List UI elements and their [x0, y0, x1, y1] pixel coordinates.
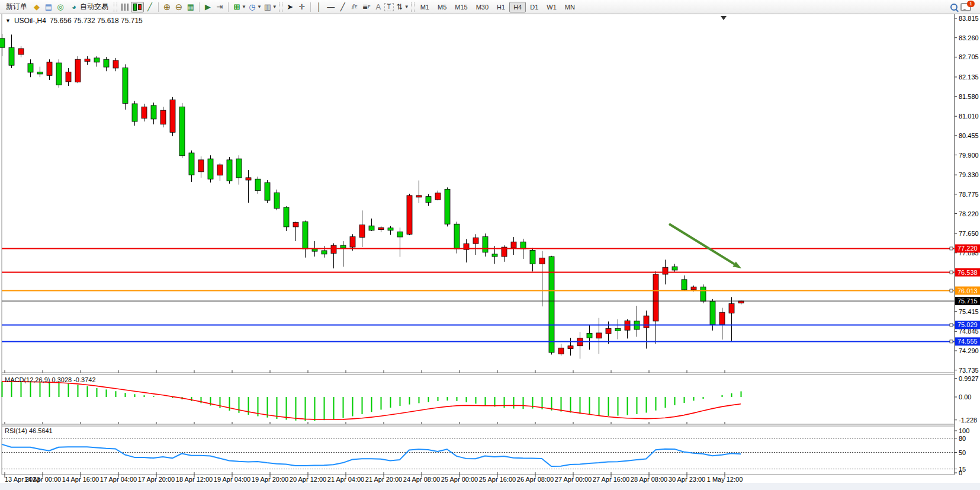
- price-tick-label: 78.220: [959, 210, 979, 217]
- candle-body: [539, 258, 545, 264]
- svg-text:50: 50: [959, 449, 966, 456]
- line-handle: [950, 271, 953, 274]
- timeframe-m5[interactable]: M5: [433, 2, 451, 12]
- vertical-line-icon[interactable]: │: [313, 2, 325, 12]
- candle-body: [701, 287, 706, 301]
- timeframe-m1[interactable]: M1: [416, 2, 433, 12]
- svg-text:80: 80: [959, 435, 966, 442]
- svg-text:75.715: 75.715: [957, 297, 978, 305]
- timeframe-mn[interactable]: MN: [561, 2, 579, 12]
- price-tick-label: 75.415: [959, 308, 979, 315]
- svg-text:76.538: 76.538: [957, 269, 978, 276]
- zoom-out-icon[interactable]: ⊖: [173, 2, 185, 12]
- cursor-icon[interactable]: ➤: [284, 2, 296, 12]
- chart-shift-icon[interactable]: ⇥: [214, 2, 226, 12]
- autotrading-label: 自动交易: [80, 2, 108, 12]
- chart-canvas[interactable]: 83.81583.26082.70582.13581.58081.01080.4…: [0, 14, 980, 490]
- chat-badge: 1: [967, 1, 975, 7]
- time-tick-label: 27 Apr 16:00: [593, 476, 629, 483]
- timeframe-m30[interactable]: M30: [472, 2, 493, 12]
- time-tick-label: 14 Apr 00:00: [24, 476, 61, 483]
- price-tick-label: 80.455: [959, 132, 979, 139]
- chat-icon[interactable]: 1: [960, 2, 972, 12]
- candle-body: [322, 251, 327, 254]
- time-tick-label: 25 Apr 00:00: [441, 476, 478, 483]
- candle-body: [568, 346, 573, 349]
- timeframe-w1[interactable]: W1: [542, 2, 561, 12]
- periods-clock-icon[interactable]: ◷: [246, 2, 258, 12]
- new-order-label: 新订单: [6, 2, 27, 12]
- candle-body: [587, 334, 592, 338]
- mt4-window: 新订单 ◆ ▤ ◎ ◕ 自动交易 ╱ ⊕ ⊖ ▦ ▶ ⇥ ⊞▼ ◷▼ ▥▼ ➤ …: [0, 0, 980, 490]
- time-tick-label: 25 Apr 16:00: [479, 476, 516, 483]
- time-tick-label: 26 Apr 08:00: [517, 476, 554, 483]
- candle-body: [104, 59, 109, 67]
- trendline-icon[interactable]: ╱: [337, 2, 349, 12]
- label-icon[interactable]: T: [384, 3, 394, 11]
- fibonacci-icon[interactable]: ≣F: [361, 2, 372, 12]
- autotrading-button[interactable]: ◕ 自动交易: [66, 2, 112, 12]
- candle-body: [558, 348, 564, 354]
- horizontal-line-icon[interactable]: —: [325, 2, 337, 12]
- svg-text:74.555: 74.555: [957, 338, 978, 345]
- candle-body: [530, 250, 535, 264]
- candle-body: [710, 301, 715, 324]
- candle-body: [208, 159, 213, 179]
- shapes-icon[interactable]: ⇅: [394, 2, 406, 12]
- candle-body: [350, 236, 355, 247]
- toolbar-grip: [114, 2, 117, 12]
- gold-ingot-icon[interactable]: ◆: [31, 2, 43, 12]
- time-tick-label: 24 Apr 08:00: [403, 476, 440, 483]
- text-icon[interactable]: A: [372, 2, 384, 12]
- candle-body: [217, 165, 223, 175]
- timeframe-d1[interactable]: D1: [526, 2, 542, 12]
- timeframe-h4[interactable]: H4: [509, 2, 526, 12]
- globe-icon: ◕: [70, 2, 78, 12]
- candle-body: [236, 159, 242, 178]
- candle-body: [359, 225, 365, 237]
- candle-body: [738, 301, 744, 303]
- candle-body: [672, 267, 677, 270]
- signal-icon[interactable]: ◎: [54, 2, 66, 12]
- time-tick-label: 17 Apr 04:00: [100, 476, 137, 483]
- candle-body: [520, 242, 526, 249]
- time-tick-label: 1 May 12:00: [707, 476, 743, 483]
- candle-body: [312, 249, 317, 251]
- auto-scroll-icon[interactable]: ▶: [202, 2, 214, 12]
- candle-body: [293, 222, 298, 227]
- price-tick-label: 74.290: [959, 347, 979, 354]
- candle-body: [663, 267, 668, 274]
- channel-icon[interactable]: ⫽E: [349, 2, 361, 12]
- candle-body: [246, 178, 251, 180]
- search-icon[interactable]: [948, 2, 960, 12]
- candle-body: [170, 100, 175, 133]
- timeframe-m15[interactable]: M15: [451, 2, 471, 12]
- candle-body: [66, 72, 71, 81]
- line-chart-icon[interactable]: ╱: [144, 2, 156, 12]
- templates-icon[interactable]: ▥: [262, 2, 274, 12]
- candle-body: [606, 328, 611, 334]
- timeframe-h1[interactable]: H1: [493, 2, 509, 12]
- candle-body: [416, 196, 422, 197]
- new-order-button[interactable]: 新订单: [2, 2, 31, 12]
- price-tick-label: 73.735: [959, 367, 979, 374]
- add-chart-icon[interactable]: ⊞: [231, 2, 243, 12]
- candle-body: [397, 232, 403, 237]
- crosshair-icon[interactable]: ✛: [296, 2, 308, 12]
- candle-body: [426, 197, 431, 203]
- candle-body: [284, 207, 289, 227]
- price-tick-label: 79.330: [959, 171, 979, 178]
- candle-body: [435, 193, 441, 200]
- price-tick-label: 82.135: [959, 73, 979, 81]
- candlestick-chart-icon[interactable]: [131, 2, 144, 12]
- candle-body: [303, 222, 308, 249]
- profiles-icon[interactable]: ▤: [43, 2, 54, 12]
- svg-text:76.013: 76.013: [957, 287, 978, 294]
- candle-body: [407, 196, 412, 234]
- price-tick-label: 83.260: [959, 34, 979, 41]
- tile-windows-icon[interactable]: ▦: [185, 2, 197, 12]
- candle-body: [388, 228, 393, 230]
- candle-body: [682, 280, 687, 290]
- zoom-in-icon[interactable]: ⊕: [161, 2, 173, 12]
- bar-chart-icon[interactable]: [119, 2, 131, 12]
